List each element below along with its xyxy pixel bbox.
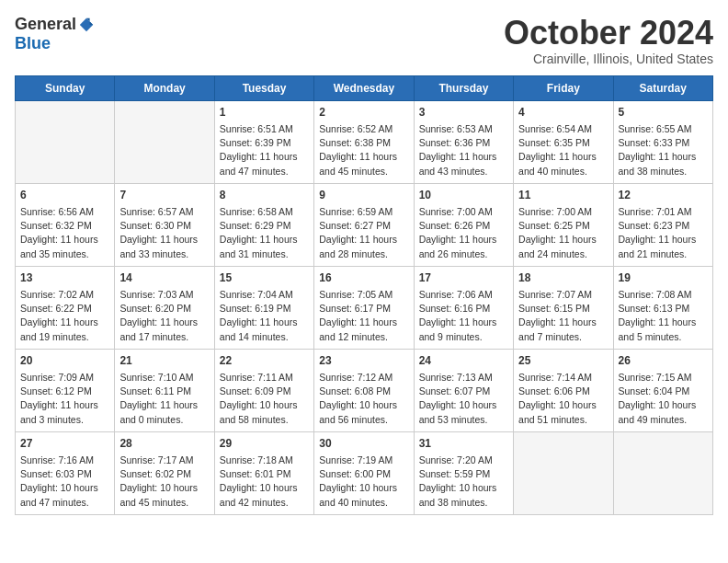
logo-icon — [78, 17, 95, 33]
sunset-text: Sunset: 6:20 PM — [119, 303, 191, 314]
daylight-text: Daylight: 10 hours and 49 minutes. — [619, 399, 697, 424]
daylight-text: Daylight: 11 hours and 5 minutes. — [619, 316, 697, 341]
daylight-text: Daylight: 11 hours and 21 minutes. — [619, 234, 697, 259]
day-number: 11 — [518, 188, 608, 203]
sunset-text: Sunset: 6:22 PM — [20, 303, 92, 314]
daylight-text: Daylight: 11 hours and 47 minutes. — [220, 151, 298, 176]
week-row-1: 1Sunrise: 6:51 AMSunset: 6:39 PMDaylight… — [16, 100, 713, 183]
sunrise-text: Sunrise: 7:04 AM — [220, 289, 293, 300]
sunrise-text: Sunrise: 7:08 AM — [619, 289, 692, 300]
sunrise-text: Sunrise: 7:09 AM — [20, 372, 94, 383]
daylight-text: Daylight: 11 hours and 31 minutes. — [220, 234, 298, 259]
sunrise-text: Sunrise: 7:01 AM — [619, 206, 692, 217]
sunset-text: Sunset: 6:35 PM — [518, 137, 590, 148]
sunrise-text: Sunrise: 7:00 AM — [518, 206, 592, 217]
day-number: 8 — [220, 188, 309, 203]
calendar-cell: 30Sunrise: 7:19 AMSunset: 6:00 PMDayligh… — [314, 431, 414, 514]
daylight-text: Daylight: 10 hours and 58 minutes. — [220, 399, 298, 424]
calendar-cell: 31Sunrise: 7:20 AMSunset: 5:59 PMDayligh… — [414, 431, 513, 514]
day-number: 31 — [419, 436, 508, 452]
sunset-text: Sunset: 6:00 PM — [319, 468, 391, 479]
sunset-text: Sunset: 6:06 PM — [518, 385, 590, 396]
calendar-cell — [514, 431, 613, 514]
calendar-cell: 10Sunrise: 7:00 AMSunset: 6:26 PMDayligh… — [414, 183, 513, 266]
sunrise-text: Sunrise: 6:57 AM — [119, 206, 193, 217]
daylight-text: Daylight: 10 hours and 40 minutes. — [319, 482, 397, 507]
sunrise-text: Sunrise: 6:51 AM — [220, 123, 293, 134]
day-number: 2 — [319, 105, 408, 121]
daylight-text: Daylight: 10 hours and 51 minutes. — [518, 399, 597, 424]
day-number: 16 — [319, 270, 408, 286]
daylight-text: Daylight: 11 hours and 40 minutes. — [518, 151, 597, 176]
calendar-table: SundayMondayTuesdayWednesdayThursdayFrid… — [15, 75, 713, 515]
sunset-text: Sunset: 6:16 PM — [419, 303, 491, 314]
sunset-text: Sunset: 6:36 PM — [419, 137, 491, 148]
logo-general-text: General — [15, 15, 76, 34]
daylight-text: Daylight: 10 hours and 56 minutes. — [319, 399, 397, 424]
sunrise-text: Sunrise: 6:59 AM — [319, 206, 392, 217]
day-number: 6 — [20, 188, 109, 203]
calendar-cell: 14Sunrise: 7:03 AMSunset: 6:20 PMDayligh… — [115, 266, 214, 349]
day-number: 25 — [518, 353, 608, 369]
calendar-cell: 20Sunrise: 7:09 AMSunset: 6:12 PMDayligh… — [16, 349, 115, 431]
calendar-cell: 4Sunrise: 6:54 AMSunset: 6:35 PMDaylight… — [514, 100, 613, 183]
calendar-cell: 5Sunrise: 6:55 AMSunset: 6:33 PMDaylight… — [613, 100, 712, 183]
sunset-text: Sunset: 6:19 PM — [220, 303, 291, 314]
calendar-cell: 7Sunrise: 6:57 AMSunset: 6:30 PMDaylight… — [115, 183, 214, 266]
calendar-cell — [16, 100, 115, 183]
day-number: 22 — [220, 353, 309, 369]
sunset-text: Sunset: 5:59 PM — [419, 468, 491, 479]
sunset-text: Sunset: 6:32 PM — [20, 220, 92, 231]
sunrise-text: Sunrise: 7:00 AM — [419, 206, 493, 217]
calendar-cell: 19Sunrise: 7:08 AMSunset: 6:13 PMDayligh… — [613, 266, 712, 349]
day-number: 19 — [619, 270, 708, 286]
day-header-monday: Monday — [115, 75, 214, 100]
sunset-text: Sunset: 6:27 PM — [319, 220, 391, 231]
sunset-text: Sunset: 6:38 PM — [319, 137, 391, 148]
sunrise-text: Sunrise: 6:53 AM — [419, 123, 493, 134]
day-number: 20 — [20, 353, 109, 369]
sunrise-text: Sunrise: 7:17 AM — [119, 454, 193, 465]
day-number: 28 — [119, 436, 209, 452]
sunset-text: Sunset: 6:09 PM — [220, 385, 291, 396]
day-number: 14 — [119, 270, 209, 286]
daylight-text: Daylight: 11 hours and 9 minutes. — [419, 316, 497, 341]
calendar-cell: 6Sunrise: 6:56 AMSunset: 6:32 PMDaylight… — [16, 183, 115, 266]
calendar-cell: 15Sunrise: 7:04 AMSunset: 6:19 PMDayligh… — [214, 266, 313, 349]
week-row-5: 27Sunrise: 7:16 AMSunset: 6:03 PMDayligh… — [16, 431, 713, 514]
calendar-cell: 1Sunrise: 6:51 AMSunset: 6:39 PMDaylight… — [214, 100, 313, 183]
sunset-text: Sunset: 6:11 PM — [119, 385, 191, 396]
calendar-cell: 16Sunrise: 7:05 AMSunset: 6:17 PMDayligh… — [314, 266, 414, 349]
day-number: 27 — [20, 436, 109, 452]
calendar-cell: 12Sunrise: 7:01 AMSunset: 6:23 PMDayligh… — [613, 183, 712, 266]
header-row: SundayMondayTuesdayWednesdayThursdayFrid… — [16, 75, 713, 100]
daylight-text: Daylight: 11 hours and 19 minutes. — [20, 316, 98, 341]
page-header: General Blue October 2024 Crainville, Il… — [15, 15, 713, 66]
daylight-text: Daylight: 11 hours and 12 minutes. — [319, 316, 397, 341]
calendar-cell: 3Sunrise: 6:53 AMSunset: 6:36 PMDaylight… — [414, 100, 513, 183]
logo-blue-text: Blue — [15, 34, 51, 53]
daylight-text: Daylight: 10 hours and 47 minutes. — [20, 482, 98, 507]
sunrise-text: Sunrise: 7:07 AM — [518, 289, 592, 300]
day-number: 17 — [419, 270, 508, 286]
calendar-cell: 9Sunrise: 6:59 AMSunset: 6:27 PMDaylight… — [314, 183, 414, 266]
sunset-text: Sunset: 6:26 PM — [419, 220, 491, 231]
day-header-thursday: Thursday — [414, 75, 513, 100]
week-row-3: 13Sunrise: 7:02 AMSunset: 6:22 PMDayligh… — [16, 266, 713, 349]
daylight-text: Daylight: 11 hours and 17 minutes. — [119, 316, 198, 341]
day-number: 15 — [220, 270, 309, 286]
sunrise-text: Sunrise: 7:15 AM — [619, 372, 692, 383]
daylight-text: Daylight: 11 hours and 33 minutes. — [119, 234, 198, 259]
sunset-text: Sunset: 6:02 PM — [119, 468, 191, 479]
day-number: 26 — [619, 353, 708, 369]
week-row-2: 6Sunrise: 6:56 AMSunset: 6:32 PMDaylight… — [16, 183, 713, 266]
day-header-saturday: Saturday — [613, 75, 712, 100]
calendar-cell: 11Sunrise: 7:00 AMSunset: 6:25 PMDayligh… — [514, 183, 613, 266]
sunset-text: Sunset: 6:03 PM — [20, 468, 92, 479]
sunset-text: Sunset: 6:08 PM — [319, 385, 391, 396]
day-number: 24 — [419, 353, 508, 369]
sunrise-text: Sunrise: 7:10 AM — [119, 372, 193, 383]
calendar-cell — [115, 100, 214, 183]
daylight-text: Daylight: 11 hours and 28 minutes. — [319, 234, 397, 259]
calendar-cell: 18Sunrise: 7:07 AMSunset: 6:15 PMDayligh… — [514, 266, 613, 349]
